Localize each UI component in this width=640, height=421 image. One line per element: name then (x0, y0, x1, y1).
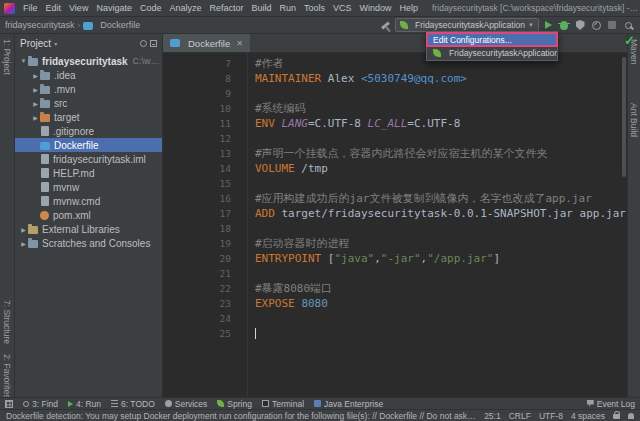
tool-window-button-ant-build[interactable]: Ant Build (629, 98, 639, 142)
line-content (247, 176, 627, 191)
menu-window[interactable]: Window (356, 0, 396, 17)
menu-vcs[interactable]: VCS (329, 0, 356, 17)
tool-window-button-spring[interactable]: Spring (217, 399, 252, 409)
lock-icon[interactable] (613, 414, 620, 419)
code-line-22[interactable]: 22#暴露8080端口 (163, 281, 627, 296)
chevron-down-icon[interactable]: ▾ (54, 40, 57, 47)
tree-item-help-md[interactable]: HELP.md (15, 166, 162, 180)
code-line-9[interactable]: 9 (163, 86, 627, 101)
tree-item-label: mvnw (53, 182, 79, 193)
tool-window-button-project[interactable]: 1: Project (2, 34, 12, 80)
main-area: 1: Project7: Structure2: Favorites Proje… (0, 34, 640, 397)
line-content: #应用构建成功后的jar文件被复制到镜像内，名字也改成了app.jar (247, 191, 627, 206)
breadcrumb-item-fridaysecuritytask[interactable]: fridaysecuritytask (5, 20, 75, 30)
code-line-25[interactable]: 25 (163, 326, 627, 341)
dropdown-item-edit-configurations-[interactable]: Edit Configurations... (427, 33, 557, 46)
run-button[interactable] (541, 18, 555, 32)
tool-window-button-4-run[interactable]: 4: Run (68, 399, 101, 409)
code-line-12[interactable]: 12 (163, 131, 627, 146)
encoding-widget[interactable]: UTF-8 (539, 411, 563, 421)
file-icon (41, 182, 49, 192)
tree-item-mvnw-cmd[interactable]: mvnw.cmd (15, 194, 162, 208)
tree-item-scratches-and-consoles[interactable]: ▶Scratches and Consoles (15, 236, 162, 250)
token-kw: ENTRYPOINT (255, 252, 321, 265)
dropdown-item-fridaysecuritytaskapplication[interactable]: FridaysecuritytaskApplication (427, 46, 557, 59)
menu-tools[interactable]: Tools (300, 0, 329, 17)
tree-item--gitignore[interactable]: .gitignore (15, 124, 162, 138)
tool-window-button-3-find[interactable]: 3: Find (23, 399, 58, 409)
code-line-17[interactable]: 17ADD target/fridaysecuritytask-0.0.1-SN… (163, 206, 627, 221)
menu-navigate[interactable]: Navigate (92, 0, 136, 17)
tree-item-mvnw[interactable]: mvnw (15, 180, 162, 194)
code-editor[interactable]: 7#作者8MAINTAINER Alex <5030749@qq.com>910… (163, 53, 627, 397)
code-line-15[interactable]: 15 (163, 176, 627, 191)
menu-analyze[interactable]: Analyze (165, 0, 205, 17)
tool-window-switcher-icon[interactable] (5, 400, 13, 408)
tree-item-pom-xml[interactable]: pom.xml (15, 208, 162, 222)
editor-scrollbar[interactable] (622, 57, 626, 177)
code-line-19[interactable]: 19#启动容器时的进程 (163, 236, 627, 251)
green-check-annotation: ✓ (624, 33, 635, 48)
event-log-button[interactable]: Event Log (587, 399, 635, 409)
tool-window-button-6-todo[interactable]: 6: TODO (111, 399, 155, 409)
code-line-10[interactable]: 10#系统编码 (163, 101, 627, 116)
menu-view[interactable]: View (65, 0, 92, 17)
menu-code[interactable]: Code (136, 0, 166, 17)
tree-item-src[interactable]: ▶src (15, 96, 162, 110)
code-line-18[interactable]: 18 (163, 221, 627, 236)
project-panel-title[interactable]: Project (20, 38, 51, 49)
menu-edit[interactable]: Edit (42, 0, 66, 17)
tree-item-fridaysecuritytask[interactable]: ▼fridaysecuritytaskC:\workspace\fridayse… (15, 54, 162, 68)
code-line-24[interactable]: 24 (163, 311, 627, 326)
stop-button[interactable] (605, 18, 619, 32)
tree-item--idea[interactable]: ▶.idea (15, 68, 162, 82)
coverage-button[interactable] (573, 18, 587, 32)
breadcrumb-item-dockerfile[interactable]: Dockerfile (83, 20, 140, 30)
line-content (247, 86, 627, 101)
debug-button[interactable] (557, 18, 571, 32)
close-icon[interactable]: ✕ (236, 39, 243, 48)
search-everywhere-button[interactable] (621, 18, 635, 32)
notifications-bell-icon[interactable] (628, 413, 634, 419)
tool-window-button-structure[interactable]: 7: Structure (2, 295, 12, 349)
tree-item--mvn[interactable]: ▶.mvn (15, 82, 162, 96)
tool-window-button-java-enterprise[interactable]: Java Enterprise (314, 399, 383, 409)
profiler-button[interactable] (589, 18, 603, 32)
menu-help[interactable]: Help (396, 0, 423, 17)
code-line-23[interactable]: 23EXPOSE 8080 (163, 296, 627, 311)
tool-window-button-services[interactable]: Services (165, 399, 208, 409)
caret-position-widget[interactable]: 25:1 (484, 411, 501, 421)
run-configuration-select[interactable]: FridaysecuritytaskApplication ▼ (395, 18, 539, 32)
code-line-8[interactable]: 8MAINTAINER Alex <5030749@qq.com> (163, 71, 627, 86)
tree-item-fridaysecuritytask-iml[interactable]: fridaysecuritytask.iml (15, 152, 162, 166)
editor-area: Dockerfile ✕ 7#作者8MAINTAINER Alex <50307… (163, 34, 627, 397)
menu-file[interactable]: File (19, 0, 42, 17)
tree-item-path: C:\workspace\fridaysecuritytask (133, 56, 162, 66)
code-line-14[interactable]: 14VOLUME /tmp (163, 161, 627, 176)
collapse-all-icon[interactable] (150, 40, 157, 47)
line-separator-widget[interactable]: CRLF (509, 411, 531, 421)
token-str: "java" (334, 252, 374, 265)
code-line-16[interactable]: 16#应用构建成功后的jar文件被复制到镜像内，名字也改成了app.jar (163, 191, 627, 206)
code-line-20[interactable]: 20ENTRYPOINT ["java","-jar","/app.jar"] (163, 251, 627, 266)
debug-bug-icon (560, 21, 568, 30)
editor-tab-dockerfile[interactable]: Dockerfile ✕ (163, 34, 250, 52)
tree-item-external-libraries[interactable]: ▶External Libraries (15, 222, 162, 236)
code-line-21[interactable]: 21 (163, 266, 627, 281)
code-line-11[interactable]: 11ENV LANG=C.UTF-8 LC_ALL=C.UTF-8 (163, 116, 627, 131)
menu-build[interactable]: Build (247, 0, 275, 17)
menu-run[interactable]: Run (276, 0, 301, 17)
gear-icon[interactable] (140, 40, 147, 47)
menu-refactor[interactable]: Refactor (205, 0, 247, 17)
folder-project-icon (28, 58, 38, 66)
tool-window-button-terminal[interactable]: Terminal (262, 399, 304, 409)
build-hammer-button[interactable] (379, 18, 393, 32)
indent-widget[interactable]: 4 spaces (571, 411, 605, 421)
tree-item-target[interactable]: ▶target (15, 110, 162, 124)
code-line-13[interactable]: 13#声明一个挂载点，容器内此路径会对应宿主机的某个文件夹 (163, 146, 627, 161)
status-message[interactable]: Dockerfile detection: You may setup Dock… (6, 411, 476, 421)
line-content: ENV LANG=C.UTF-8 LC_ALL=C.UTF-8 (247, 116, 627, 131)
tree-item-dockerfile[interactable]: Dockerfile (15, 138, 162, 152)
tree-item-label: mvnw.cmd (53, 196, 100, 207)
tool-window-button-favorites[interactable]: 2: Favorites (2, 349, 12, 397)
